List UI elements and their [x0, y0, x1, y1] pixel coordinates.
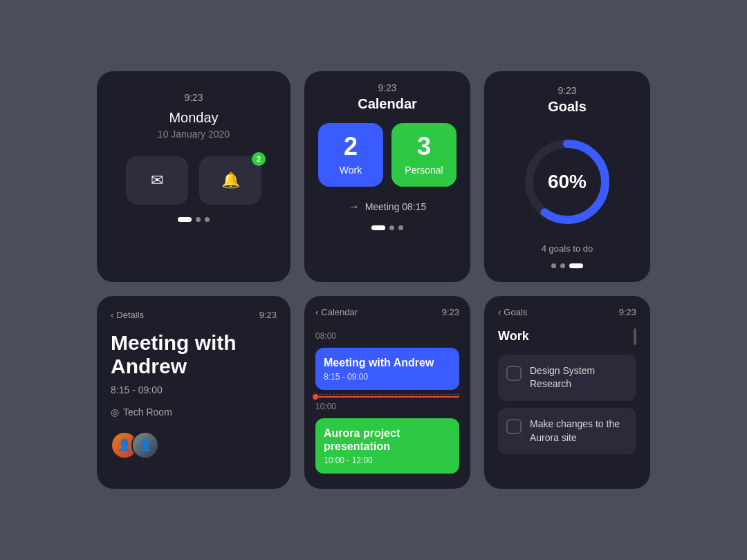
goal-checkbox-1[interactable] [506, 366, 522, 381]
goals-dots [551, 263, 583, 268]
calendar-time: 9:23 [378, 82, 396, 93]
clock-card: 9:23 Monday 10 January 2020 ✉ 🔔 2 [97, 71, 290, 282]
event-1[interactable]: Meeting with Andrew 8:15 - 09:00 [315, 348, 459, 390]
event2-time: 10:00 - 12:00 [324, 456, 451, 465]
event2-title: Aurora project presentation [324, 427, 451, 453]
event1-time: 8:15 - 09:00 [324, 372, 451, 382]
goals-detail-nav: ‹ Goals 9:23 [498, 307, 636, 317]
dot-2[interactable] [196, 217, 201, 222]
cal-dot-1[interactable] [371, 225, 385, 230]
meeting-title: Meeting with Andrew [111, 331, 277, 379]
avatar-2: 👤 [131, 431, 159, 459]
clock-buttons: ✉ 🔔 2 [111, 156, 277, 205]
notification-badge: 2 [252, 152, 266, 166]
back-label: Details [116, 310, 144, 320]
goals-dot-3[interactable] [569, 263, 583, 268]
meeting-location: ◎ Tech Room [111, 407, 277, 418]
bell-button[interactable]: 🔔 2 [199, 156, 261, 205]
bell-icon: 🔔 [221, 171, 240, 189]
toggle-bar-icon [634, 328, 636, 345]
goals-section-label: Work [498, 328, 636, 345]
goals-time: 9:23 [557, 85, 576, 96]
goals-back-label: Goals [504, 307, 527, 317]
goal-text-1: Design System Research [530, 364, 628, 391]
event-2[interactable]: Aurora project presentation 10:00 - 12:0… [315, 418, 459, 474]
cal-back-label: Calendar [321, 307, 358, 317]
current-time-line [315, 394, 459, 398]
event1-title: Meeting with Andrew [324, 356, 451, 369]
personal-tile[interactable]: 3 Personal [391, 123, 456, 187]
goals-subtitle: 4 goals to do [542, 243, 593, 254]
cal-back-button[interactable]: ‹ Calendar [315, 307, 358, 317]
work-label: Work [340, 165, 362, 176]
mail-button[interactable]: ✉ [126, 156, 188, 205]
dot-3[interactable] [205, 217, 210, 222]
calendar-title: Calendar [358, 96, 417, 112]
cal-dot-2[interactable] [389, 225, 394, 230]
meeting-text: Meeting 08:15 [365, 201, 427, 212]
chevron-left-icon: ‹ [111, 310, 113, 320]
goal-checkbox-2[interactable] [506, 419, 522, 434]
cal-detail-time: 9:23 [442, 307, 459, 317]
goals-back-button[interactable]: ‹ Goals [498, 307, 527, 317]
time-label-1: 08:00 [315, 328, 459, 344]
personal-count: 3 [417, 134, 431, 159]
dot-1[interactable] [178, 217, 192, 222]
meeting-row: → Meeting 08:15 [349, 200, 427, 213]
back-button[interactable]: ‹ Details [111, 310, 144, 320]
goals-chevron-left-icon: ‹ [498, 307, 501, 317]
details-card: ‹ Details 9:23 Meeting with Andrew 8:15 … [97, 296, 290, 489]
calendar-summary-card: 9:23 Calendar 2 Work 3 Personal → Meetin… [304, 71, 470, 282]
attendees-avatars: 👤 👤 [111, 431, 277, 459]
goals-dot-2[interactable] [560, 263, 565, 268]
goal-item-1[interactable]: Design System Research [498, 355, 636, 401]
goal-text-2: Make changes to the Aurora site [530, 418, 628, 445]
time-label-2: 10:00 [315, 399, 459, 414]
cal-dot-3[interactable] [398, 225, 403, 230]
goals-card: 9:23 Goals 60% 4 goals to do [484, 71, 650, 282]
calendar-dots [371, 225, 403, 230]
meeting-time: 8:15 - 09:00 [111, 384, 277, 395]
calendar-tiles: 2 Work 3 Personal [318, 123, 456, 187]
goals-dot-1[interactable] [551, 263, 556, 268]
calendar-detail-card: ‹ Calendar 9:23 08:00 Meeting with Andre… [304, 296, 470, 489]
personal-label: Personal [405, 165, 443, 176]
cal-detail-nav: ‹ Calendar 9:23 [315, 307, 459, 317]
mail-icon: ✉ [151, 171, 163, 189]
goals-section-text: Work [498, 329, 529, 344]
clock-day: Monday [169, 110, 218, 126]
app-container: 9:23 Monday 10 January 2020 ✉ 🔔 2 9:23 C… [76, 50, 671, 510]
work-tile[interactable]: 2 Work [318, 123, 383, 187]
goal-item-2[interactable]: Make changes to the Aurora site [498, 408, 636, 454]
goals-percent: 60% [548, 171, 587, 193]
clock-date: 10 January 2020 [158, 129, 230, 140]
location-text: Tech Room [123, 407, 172, 418]
arrow-icon: → [349, 200, 360, 213]
goals-detail-time: 9:23 [619, 307, 636, 317]
goals-detail-card: ‹ Goals 9:23 Work Design System Research… [484, 296, 650, 489]
cal-chevron-left-icon: ‹ [315, 307, 318, 317]
page-dots [178, 217, 210, 222]
clock-time: 9:23 [184, 92, 203, 103]
goals-circle: 60% [522, 137, 612, 227]
details-time: 9:23 [259, 310, 277, 320]
work-count: 2 [344, 134, 358, 159]
goals-title: Goals [548, 99, 587, 115]
details-nav: ‹ Details 9:23 [111, 310, 277, 320]
location-icon: ◎ [111, 407, 119, 418]
